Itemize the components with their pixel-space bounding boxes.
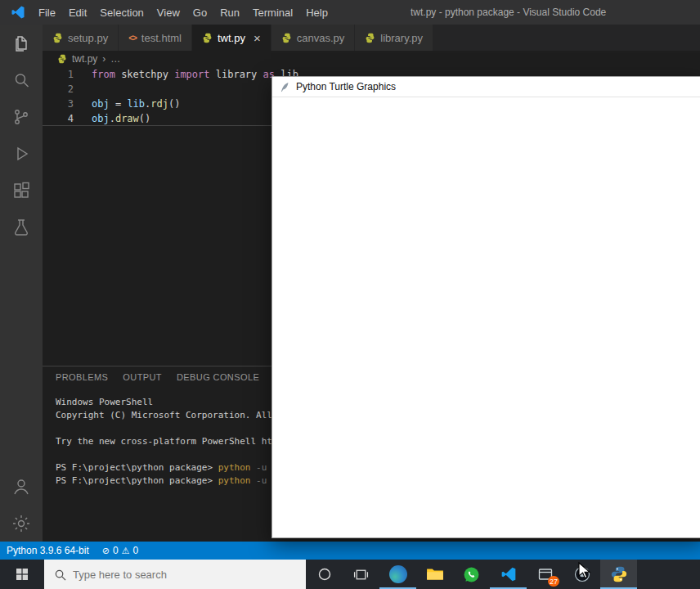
code-text: from sketchpy import library as lib	[74, 67, 298, 82]
python-file-icon	[202, 33, 213, 43]
menu-go[interactable]: Go	[186, 0, 213, 25]
turtle-window-titlebar[interactable]: Python Turtle Graphics	[272, 77, 700, 97]
windows-taskbar: 27	[0, 560, 700, 589]
panel-tab-debug-console[interactable]: DEBUG CONSOLE	[177, 366, 259, 388]
tab-label: canvas.py	[297, 32, 345, 44]
start-button[interactable]	[0, 560, 44, 589]
taskbar-search[interactable]	[44, 560, 306, 589]
run-debug-button[interactable]	[0, 135, 43, 172]
terminal-args: -u	[250, 462, 267, 473]
turtle-window-title: Python Turtle Graphics	[296, 81, 396, 92]
error-icon: ⊘	[102, 546, 110, 556]
run-debug-icon	[11, 144, 31, 164]
terminal-command: python	[218, 475, 251, 486]
menu-run[interactable]: Run	[213, 0, 246, 25]
python-taskbar-button[interactable]	[600, 560, 637, 589]
code-token: obj	[92, 98, 110, 110]
line-number: 2	[43, 82, 74, 97]
windows-start-icon	[16, 568, 29, 581]
vscode-titlebar: File Edit Selection View Go Run Terminal…	[0, 0, 700, 25]
cortana-button[interactable]	[306, 560, 343, 589]
code-token: ()	[168, 98, 180, 110]
python-interpreter-status[interactable]: Python 3.9.6 64-bit	[0, 542, 96, 560]
html-file-icon: <>	[128, 34, 137, 43]
line-number: 4	[43, 111, 74, 125]
breadcrumb-separator: ›	[102, 53, 105, 65]
extensions-icon	[11, 181, 31, 200]
terminal-prompt: PS F:\project\python package>	[56, 462, 218, 473]
vscode-icon	[500, 566, 517, 582]
whatsapp-button[interactable]	[453, 560, 490, 589]
search-input[interactable]	[73, 569, 269, 581]
notification-badge: 27	[548, 576, 559, 587]
tab-test-html[interactable]: <> test.html	[119, 25, 192, 51]
testing-flask-icon	[11, 218, 31, 237]
code-token: sketchpy	[115, 69, 174, 80]
task-view-button[interactable]	[343, 560, 379, 589]
turtle-graphics-window: Python Turtle Graphics	[271, 76, 700, 538]
turtle-canvas	[272, 97, 700, 537]
editor-tabbar: setup.py <> test.html twt.py × canvas.py	[43, 25, 700, 51]
tab-setup-py[interactable]: setup.py	[43, 25, 119, 51]
terminal-command: python	[218, 462, 251, 473]
terminal-prompt: PS F:\project\python package>	[56, 475, 218, 486]
menu-selection[interactable]: Selection	[93, 0, 150, 25]
tab-label: twt.py	[218, 32, 245, 44]
python-icon	[610, 565, 628, 583]
explorer-button[interactable]	[0, 25, 43, 61]
menu-file[interactable]: File	[32, 0, 62, 25]
line-number: 3	[43, 97, 74, 111]
source-control-button[interactable]	[0, 98, 43, 135]
search-button[interactable]	[0, 61, 43, 98]
python-file-icon	[365, 33, 375, 43]
code-token: lib	[127, 98, 145, 110]
code-token: draw	[115, 113, 139, 124]
cortana-icon	[317, 567, 332, 582]
menu-terminal[interactable]: Terminal	[246, 0, 299, 25]
mouse-cursor	[575, 560, 595, 580]
code-text	[74, 82, 92, 97]
panel-tab-output[interactable]: OUTPUT	[123, 366, 162, 388]
window-title: twt.py - python package - Visual Studio …	[411, 0, 606, 25]
desktop: File Edit Selection View Go Run Terminal…	[0, 0, 700, 589]
testing-button[interactable]	[0, 209, 43, 245]
vscode-taskbar-button[interactable]	[490, 560, 527, 589]
python-file-icon	[52, 33, 63, 43]
menu-edit[interactable]: Edit	[62, 0, 93, 25]
tab-label: setup.py	[68, 32, 108, 44]
file-explorer-button[interactable]	[416, 560, 453, 589]
code-token: .	[110, 113, 115, 124]
code-token: rdj	[150, 98, 168, 110]
edge-button[interactable]	[379, 560, 416, 589]
source-control-icon	[11, 107, 31, 127]
problems-status[interactable]: ⊘ 0 ⚠ 0	[96, 542, 145, 560]
tab-label: library.py	[380, 32, 423, 44]
code-token: =	[110, 98, 128, 110]
tab-close-icon[interactable]: ×	[254, 32, 261, 44]
python-file-icon	[281, 33, 292, 43]
tab-library-py[interactable]: library.py	[355, 25, 433, 51]
panel-tab-problems[interactable]: PROBLEMS	[56, 366, 108, 388]
breadcrumb-ellipsis[interactable]: …	[110, 53, 120, 65]
menu-help[interactable]: Help	[299, 0, 334, 25]
account-button[interactable]	[0, 468, 43, 505]
tab-label: test.html	[141, 32, 182, 44]
breadcrumb-file[interactable]: twt.py	[72, 53, 97, 65]
settings-button[interactable]	[0, 505, 43, 542]
error-count: 0	[113, 545, 119, 556]
menu-view[interactable]: View	[150, 0, 186, 25]
notification-app-button[interactable]: 27	[527, 560, 563, 589]
tk-feather-icon	[280, 82, 290, 92]
vscode-logo-icon	[11, 5, 25, 20]
tab-canvas-py[interactable]: canvas.py	[271, 25, 356, 51]
code-token: ()	[139, 113, 150, 124]
code-token: library	[210, 69, 263, 80]
search-icon	[11, 70, 31, 90]
warning-count: 0	[133, 545, 139, 556]
warning-icon: ⚠	[122, 546, 130, 556]
extensions-button[interactable]	[0, 172, 43, 209]
code-token: from	[92, 69, 115, 80]
tab-twt-py[interactable]: twt.py ×	[192, 25, 271, 51]
activity-bar	[0, 25, 43, 542]
edge-icon	[389, 565, 407, 583]
